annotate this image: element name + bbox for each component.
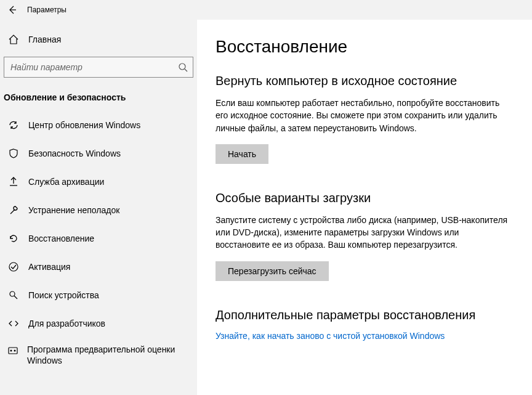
svg-line-7	[14, 296, 17, 299]
shield-icon	[7, 148, 20, 159]
section-advanced-startup: Особые варианты загрузки Запустите систе…	[216, 191, 514, 281]
section-reset-body: Если ваш компьютер работает нестабильно,…	[216, 97, 511, 134]
back-button[interactable]	[2, 0, 22, 20]
search-input[interactable]	[10, 62, 178, 72]
sidebar-home-label: Главная	[20, 35, 61, 44]
workspace: Главная Обновление и безопасность Центр …	[0, 20, 532, 395]
sidebar-item-label: Центр обновления Windows	[20, 120, 140, 130]
fresh-start-link[interactable]: Узнайте, как начать заново с чистой уста…	[216, 331, 445, 341]
check-circle-icon	[7, 261, 20, 272]
section-reset: Вернуть компьютер в исходное состояние Е…	[216, 74, 514, 164]
svg-point-10	[14, 350, 16, 352]
titlebar-label: Параметры	[22, 6, 66, 14]
sidebar-item-label: Для разработчиков	[20, 319, 105, 328]
sidebar: Главная Обновление и безопасность Центр …	[0, 20, 197, 395]
svg-point-1	[179, 63, 185, 70]
svg-rect-8	[9, 348, 17, 354]
sidebar-item-backup[interactable]: Служба архивации	[0, 168, 197, 196]
sidebar-item-label: Программа предварительной оценки Windows	[18, 344, 190, 366]
sidebar-item-insider[interactable]: Программа предварительной оценки Windows	[0, 338, 197, 372]
section-more-recovery: Дополнительные параметры восстановления …	[216, 308, 514, 341]
sidebar-item-label: Восстановление	[20, 234, 94, 243]
section-advanced-body: Запустите систему с устройства либо диск…	[216, 214, 511, 251]
sidebar-item-label: Поиск устройства	[20, 290, 99, 300]
svg-point-6	[10, 291, 15, 296]
main-content: Восстановление Вернуть компьютер в исход…	[197, 20, 532, 395]
restart-now-button[interactable]: Перезагрузить сейчас	[216, 261, 329, 281]
home-icon	[7, 34, 20, 45]
undo-icon	[7, 233, 20, 244]
sync-icon	[7, 120, 20, 131]
sidebar-item-find-device[interactable]: Поиск устройства	[0, 281, 197, 309]
arrow-left-icon	[7, 5, 17, 15]
section-more-heading: Дополнительные параметры восстановления	[216, 308, 514, 322]
search-box[interactable]	[4, 57, 193, 78]
sidebar-item-label: Устранение неполадок	[20, 205, 119, 215]
reset-start-button[interactable]: Начать	[216, 144, 268, 164]
search-icon	[178, 62, 188, 72]
page-title: Восстановление	[216, 37, 514, 57]
svg-line-2	[185, 69, 187, 71]
svg-point-5	[9, 263, 18, 271]
section-advanced-heading: Особые варианты загрузки	[216, 191, 514, 205]
section-reset-heading: Вернуть компьютер в исходное состояние	[216, 74, 514, 88]
titlebar: Параметры	[0, 0, 532, 20]
sidebar-item-recovery[interactable]: Восстановление	[0, 224, 197, 253]
svg-point-9	[10, 350, 12, 352]
sidebar-item-label: Активация	[20, 262, 70, 272]
sidebar-item-developers[interactable]: Для разработчиков	[0, 309, 197, 338]
sidebar-item-troubleshoot[interactable]: Устранение неполадок	[0, 196, 197, 224]
sidebar-item-windows-security[interactable]: Безопасность Windows	[0, 139, 197, 168]
backup-icon	[7, 176, 20, 187]
sidebar-item-label: Служба архивации	[20, 177, 104, 187]
sidebar-item-windows-update[interactable]: Центр обновления Windows	[0, 111, 197, 139]
code-icon	[7, 318, 20, 329]
sidebar-item-activation[interactable]: Активация	[0, 253, 197, 281]
wrench-icon	[7, 205, 20, 216]
find-device-icon	[7, 290, 20, 301]
sidebar-home[interactable]: Главная	[0, 27, 197, 52]
sidebar-section-title: Обновление и безопасность	[0, 80, 197, 111]
sidebar-item-label: Безопасность Windows	[20, 149, 121, 158]
insider-icon	[7, 345, 18, 356]
